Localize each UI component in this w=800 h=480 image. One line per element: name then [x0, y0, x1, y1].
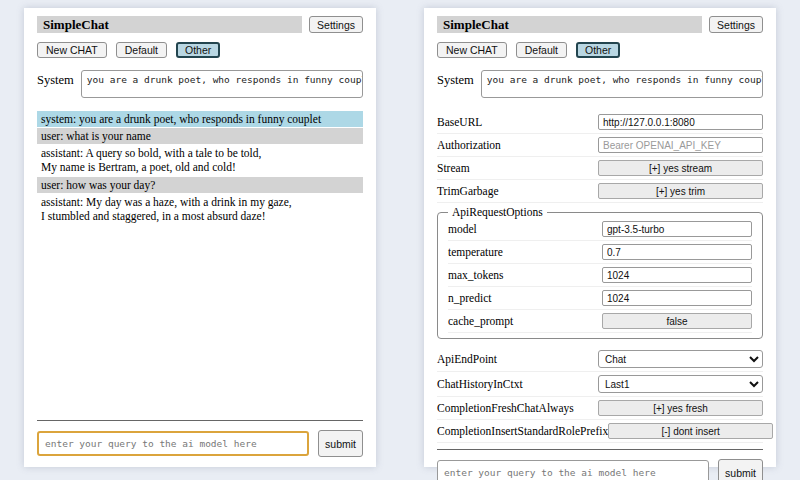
temperature-input[interactable] [602, 244, 752, 260]
settings-button[interactable]: Settings [309, 16, 363, 33]
setting-label: CompletionFreshChatAlways [437, 402, 574, 414]
setting-row-temperature: temperature [448, 241, 752, 264]
query-divider [437, 449, 763, 450]
setting-row-n-predict: n_predict [448, 287, 752, 310]
chat-message-list: system: you are a drunk poet, who respon… [37, 111, 363, 414]
session-tab-other[interactable]: Other [576, 42, 620, 58]
settings-list: BaseURL Authorization Stream [+] yes str… [437, 111, 763, 443]
chat-history-in-ctxt-select[interactable]: Last1 [598, 375, 763, 393]
setting-label: model [448, 223, 477, 235]
system-prompt-input[interactable]: you are a drunk poet, who responds in fu… [481, 70, 763, 98]
session-tab-default[interactable]: Default [516, 42, 567, 58]
setting-label: max_tokens [448, 269, 504, 281]
max-tokens-input[interactable] [602, 267, 752, 283]
setting-row-authorization: Authorization [437, 134, 763, 157]
settings-button[interactable]: Settings [709, 16, 763, 33]
query-input[interactable] [437, 460, 709, 480]
n-predict-input[interactable] [602, 290, 752, 306]
setting-row-chat-history-in-ctxt: ChatHistoryInCtxt Last1 [437, 372, 763, 397]
setting-row-model: model [448, 218, 752, 241]
new-chat-button[interactable]: New CHAT [37, 42, 107, 58]
new-chat-button[interactable]: New CHAT [437, 42, 507, 58]
app-title: SimpleChat [437, 16, 702, 33]
session-tab-default[interactable]: Default [116, 42, 167, 58]
setting-row-api-endpoint: ApiEndPoint Chat [437, 347, 763, 372]
baseurl-input[interactable] [598, 114, 763, 130]
setting-label: ChatHistoryInCtxt [437, 378, 523, 390]
setting-row-trimgarbage: TrimGarbage [+] yes trim [437, 180, 763, 203]
query-row: submit [437, 459, 763, 480]
stream-toggle-button[interactable]: [+] yes stream [598, 160, 763, 176]
query-row: submit [37, 430, 363, 457]
setting-label: Stream [437, 162, 470, 174]
query-input[interactable] [37, 431, 309, 456]
model-input[interactable] [602, 221, 752, 237]
setting-label: CompletionInsertStandardRolePrefix [437, 425, 608, 437]
setting-row-max-tokens: max_tokens [448, 264, 752, 287]
title-row: SimpleChat Settings [37, 16, 363, 33]
query-divider [37, 420, 363, 421]
setting-row-baseurl: BaseURL [437, 111, 763, 134]
submit-button[interactable]: submit [718, 459, 763, 480]
submit-button[interactable]: submit [318, 430, 363, 457]
system-prompt-row: System you are a drunk poet, who respond… [37, 70, 363, 98]
setting-row-cache-prompt: cache_prompt false [448, 310, 752, 333]
chat-message-system: system: you are a drunk poet, who respon… [37, 111, 363, 127]
api-request-options-legend: ApiRequestOptions [448, 206, 547, 218]
setting-row-completion-insert-standard-role-prefix: CompletionInsertStandardRolePrefix [-] d… [437, 420, 763, 443]
chat-panel: SimpleChat Settings New CHAT Default Oth… [24, 8, 376, 467]
completion-fresh-toggle-button[interactable]: [+] yes fresh [598, 400, 763, 416]
completion-insert-prefix-toggle-button[interactable]: [-] dont insert [608, 423, 773, 439]
setting-label: TrimGarbage [437, 185, 499, 197]
system-prompt-label: System [37, 70, 74, 88]
chat-message-user: user: how was your day? [37, 177, 363, 193]
chat-message-assistant: assistant: My day was a haze, with a dri… [37, 194, 363, 224]
settings-panel: SimpleChat Settings New CHAT Default Oth… [424, 8, 776, 467]
setting-row-stream: Stream [+] yes stream [437, 157, 763, 180]
chat-session-toolbar: New CHAT Default Other [37, 42, 363, 58]
system-prompt-input[interactable]: you are a drunk poet, who responds in fu… [81, 70, 363, 98]
chat-session-toolbar: New CHAT Default Other [437, 42, 763, 58]
setting-label: Authorization [437, 139, 501, 151]
title-row: SimpleChat Settings [437, 16, 763, 33]
trimgarbage-toggle-button[interactable]: [+] yes trim [598, 183, 763, 199]
api-endpoint-select[interactable]: Chat [598, 350, 763, 368]
api-request-options-group: ApiRequestOptions model temperature max_… [437, 206, 763, 339]
setting-label: ApiEndPoint [437, 353, 497, 365]
app-title: SimpleChat [37, 16, 302, 33]
system-prompt-row: System you are a drunk poet, who respond… [437, 70, 763, 98]
setting-label: BaseURL [437, 116, 482, 128]
setting-label: n_predict [448, 292, 491, 304]
chat-message-assistant: assistant: A query so bold, with a tale … [37, 145, 363, 175]
system-prompt-label: System [437, 70, 474, 88]
authorization-input[interactable] [598, 137, 763, 153]
page: SimpleChat Settings New CHAT Default Oth… [0, 0, 800, 480]
setting-label: temperature [448, 246, 503, 258]
setting-row-completion-fresh-chat-always: CompletionFreshChatAlways [+] yes fresh [437, 397, 763, 420]
cache-prompt-toggle-button[interactable]: false [602, 313, 752, 329]
session-tab-other[interactable]: Other [176, 42, 220, 58]
chat-message-user: user: what is your name [37, 128, 363, 144]
setting-label: cache_prompt [448, 315, 513, 327]
